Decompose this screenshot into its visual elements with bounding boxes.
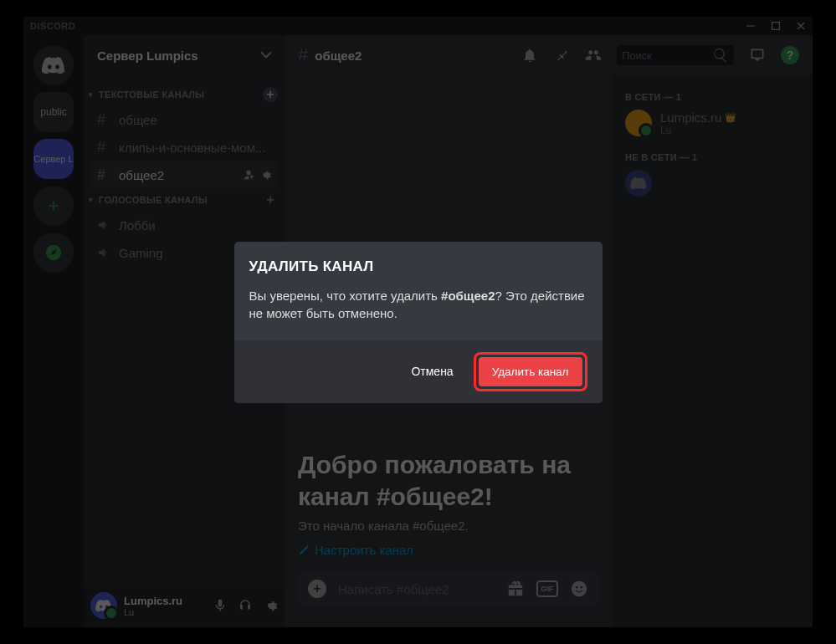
delete-channel-button[interactable]: Удалить канал — [479, 357, 582, 386]
delete-button-highlight: Удалить канал — [474, 352, 587, 391]
delete-channel-modal: УДАЛИТЬ КАНАЛ Вы уверены, что хотите уда… — [234, 242, 603, 403]
modal-title: УДАЛИТЬ КАНАЛ — [249, 258, 587, 275]
modal-text: Вы уверены, что хотите удалить #общее2? … — [249, 287, 587, 322]
cancel-button[interactable]: Отмена — [401, 356, 463, 386]
modal-footer: Отмена Удалить канал — [234, 340, 603, 403]
modal-overlay[interactable]: УДАЛИТЬ КАНАЛ Вы уверены, что хотите уда… — [0, 0, 836, 644]
